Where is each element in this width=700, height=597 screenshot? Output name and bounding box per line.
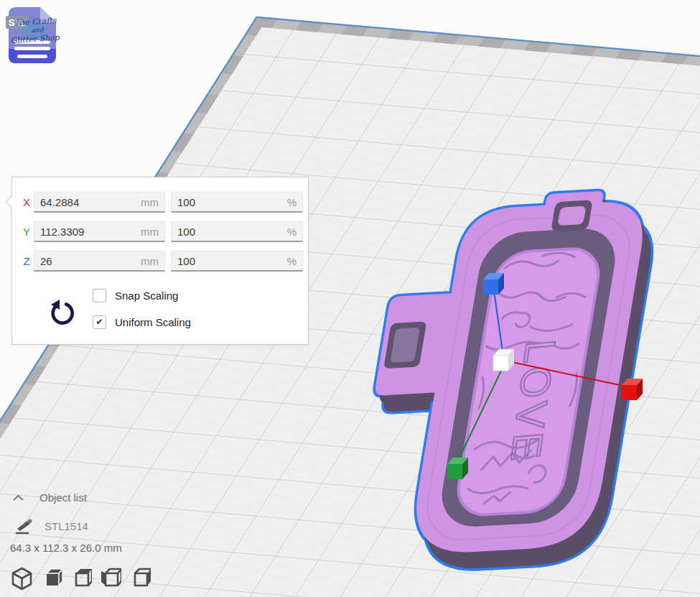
z-size-unit: mm — [141, 255, 159, 267]
x-size-unit: mm — [141, 196, 159, 208]
y-size-field[interactable]: mm — [34, 221, 165, 242]
view-left-button[interactable] — [99, 567, 121, 591]
z-size-field[interactable]: mm — [34, 251, 165, 272]
camera-view-toolbar — [11, 567, 158, 591]
scale-row-x: X mm % — [12, 192, 308, 213]
x-size-field[interactable]: mm — [34, 192, 165, 213]
x-percent-unit: % — [287, 196, 297, 208]
view-front-icon — [40, 567, 62, 591]
uniform-scaling-label: Uniform Scaling — [115, 316, 191, 328]
app-logo: STL The Crafts and Glitter Shop — [6, 4, 62, 68]
view-left-icon — [99, 567, 121, 591]
reset-scale-button[interactable] — [45, 298, 77, 333]
model-tab-slot-floor — [557, 206, 586, 226]
scale-handle-z[interactable] — [483, 273, 504, 295]
checkmark-icon: ✔ — [95, 317, 103, 327]
view-3d-icon — [11, 567, 33, 591]
y-size-unit: mm — [141, 226, 159, 238]
edit-pencil-icon — [14, 517, 34, 534]
x-size-input[interactable] — [40, 196, 119, 208]
object-list-title: Object list — [39, 491, 87, 504]
x-percent-input[interactable] — [177, 196, 256, 208]
snap-scaling-checkbox[interactable] — [93, 289, 106, 302]
scale-handle-x[interactable] — [622, 379, 643, 400]
snap-scaling-label: Snap Scaling — [115, 290, 178, 302]
view-top-button[interactable] — [70, 567, 92, 591]
y-percent-unit: % — [287, 226, 297, 238]
scale-row-y: Y mm % — [12, 221, 308, 242]
z-percent-input[interactable] — [177, 255, 256, 267]
x-percent-field[interactable]: % — [171, 192, 303, 213]
application-window: LOVE — [0, 0, 700, 597]
y-percent-field[interactable]: % — [171, 221, 303, 242]
scale-handle-center[interactable] — [493, 349, 514, 371]
y-size-input[interactable] — [40, 226, 119, 238]
view-3d-button[interactable] — [11, 567, 33, 591]
view-front-button[interactable] — [40, 567, 62, 591]
scale-tool-panel: X mm % Y mm % Z mm — [11, 177, 309, 345]
view-right-icon — [129, 567, 151, 591]
svg-text:and: and — [31, 26, 45, 34]
collapse-chevron-icon — [13, 494, 24, 501]
reset-scale-icon — [47, 299, 75, 330]
uniform-scaling-checkbox[interactable]: ✔ — [93, 315, 106, 329]
snap-scaling-row: Snap Scaling — [93, 288, 178, 302]
z-percent-unit: % — [287, 255, 297, 267]
object-list-item[interactable]: STL1514 — [14, 517, 88, 534]
uniform-scaling-row: ✔ Uniform Scaling — [93, 315, 191, 329]
object-list-header[interactable]: Object list — [13, 491, 87, 504]
z-percent-field[interactable]: % — [171, 251, 303, 272]
view-right-button[interactable] — [129, 567, 151, 591]
model-dimensions-readout: 64.3 x 112.3 x 26.0 mm — [10, 542, 122, 554]
y-percent-input[interactable] — [177, 226, 256, 238]
z-size-input[interactable] — [40, 255, 119, 267]
object-list-item-name: STL1514 — [45, 520, 88, 532]
view-top-icon — [70, 567, 92, 591]
scale-handle-y[interactable] — [447, 458, 468, 479]
axis-label-z: Z — [19, 251, 34, 272]
axis-label-y: Y — [19, 221, 34, 242]
scale-row-z: Z mm % — [12, 251, 308, 272]
axis-label-x: X — [19, 192, 34, 213]
